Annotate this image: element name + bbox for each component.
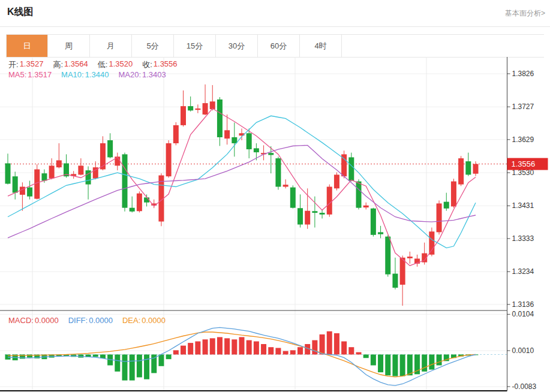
candle-body <box>49 165 55 178</box>
candle-body <box>378 232 383 234</box>
candle-body <box>334 174 339 188</box>
candle-body <box>444 202 449 209</box>
candle-body <box>27 188 32 197</box>
candle-body <box>392 274 398 288</box>
ma20-line <box>8 145 476 238</box>
macd-bar <box>224 338 230 354</box>
tab-30min[interactable]: 30分 <box>216 35 258 57</box>
candle-body <box>34 170 40 199</box>
tab-5min[interactable]: 5分 <box>132 35 174 57</box>
macd-bar <box>356 352 362 355</box>
macd-bar <box>422 354 427 371</box>
macd-bar <box>130 354 135 380</box>
candle-body <box>210 101 215 109</box>
macd-bar <box>275 348 281 354</box>
header-divider <box>0 26 550 27</box>
macd-bar <box>312 340 317 355</box>
candle-body <box>363 206 369 207</box>
page-title: K线图 <box>7 6 34 19</box>
macd-bar <box>437 354 442 365</box>
candle-body <box>465 161 471 174</box>
candle-body <box>451 182 456 207</box>
candles-layer <box>5 85 479 306</box>
macd-bar <box>327 331 332 355</box>
macd-bar <box>363 354 369 358</box>
axis-tick-label: 1.3727 <box>512 102 534 111</box>
candle-body <box>13 176 18 192</box>
tab-4hour[interactable]: 4时 <box>300 35 342 57</box>
macd-bar <box>166 354 172 359</box>
candle-body <box>275 158 281 186</box>
candle-body <box>297 208 303 224</box>
candle-body <box>290 188 296 208</box>
tab-day[interactable]: 日 <box>6 35 48 57</box>
macd-bar <box>210 338 215 354</box>
candle-body <box>348 157 354 180</box>
chart-area: 1.38261.37271.36291.35301.34311.33331.32… <box>0 57 550 392</box>
axis-tick-label: 0.0104 <box>512 310 534 318</box>
macd-bar <box>290 350 296 354</box>
macd-bar <box>122 354 128 380</box>
candle-body <box>458 158 464 185</box>
macd-bar <box>232 339 237 354</box>
candle-body <box>188 106 193 110</box>
macd-bar <box>268 347 274 354</box>
candle-body <box>473 164 479 174</box>
candle-body <box>203 103 208 114</box>
macd-bar <box>181 346 186 355</box>
tab-15min[interactable]: 15分 <box>174 35 216 57</box>
axis-tick-label: 1.3826 <box>512 70 534 78</box>
candle-body <box>247 133 252 149</box>
candle-body <box>173 125 179 143</box>
candle-body <box>385 237 390 275</box>
candle-body <box>5 163 11 183</box>
macd-bar <box>217 337 223 354</box>
macd-bar <box>158 354 164 366</box>
candle-body <box>400 258 405 285</box>
candle-body <box>107 140 113 157</box>
candle-body <box>437 203 442 232</box>
candle-body <box>78 165 83 174</box>
macd-bar <box>429 354 434 369</box>
macd-bar <box>195 342 200 355</box>
candle-body <box>268 153 274 155</box>
macd-bar <box>188 343 193 354</box>
candle-body <box>20 187 25 195</box>
candle-body <box>100 143 106 170</box>
axis-tick-label: 0.0010 <box>512 346 534 355</box>
candle-body <box>130 208 135 212</box>
macd-bar <box>341 342 347 355</box>
axis-tick-label: 1.3333 <box>512 234 534 243</box>
candle-body <box>407 257 413 258</box>
candle-body <box>232 137 237 143</box>
macd-bar <box>239 337 245 354</box>
kline-chart-svg[interactable]: 1.38261.37271.36291.35301.34311.33331.32… <box>0 57 550 392</box>
macd-bar <box>283 351 288 355</box>
macd-bar <box>254 342 259 355</box>
axis-tick-label: 1.3136 <box>512 300 534 309</box>
tab-60min[interactable]: 60分 <box>258 35 300 57</box>
candle-body <box>224 130 230 138</box>
tab-month[interactable]: 月 <box>90 35 132 57</box>
candle-body <box>217 99 223 137</box>
candle-body <box>371 209 376 235</box>
candle-body <box>327 187 332 215</box>
candle-body <box>181 106 186 125</box>
macd-bar <box>385 354 390 375</box>
tab-week[interactable]: 周 <box>48 35 90 57</box>
candle-body <box>122 154 128 207</box>
macd-bar <box>203 339 208 354</box>
candle-body <box>56 160 62 167</box>
candle-body <box>137 194 142 212</box>
macd-bar <box>137 354 142 377</box>
macd-bar <box>144 354 149 379</box>
macd-bar <box>320 334 325 355</box>
candle-body <box>41 173 47 180</box>
macd-bar <box>261 344 266 354</box>
candle-body <box>305 211 310 225</box>
macd-bar <box>115 354 120 371</box>
macd-bar <box>392 354 398 376</box>
macd-bar <box>173 350 179 354</box>
fundamental-analysis-link[interactable]: 基本面分析> <box>505 8 545 19</box>
candle-body <box>320 213 325 215</box>
